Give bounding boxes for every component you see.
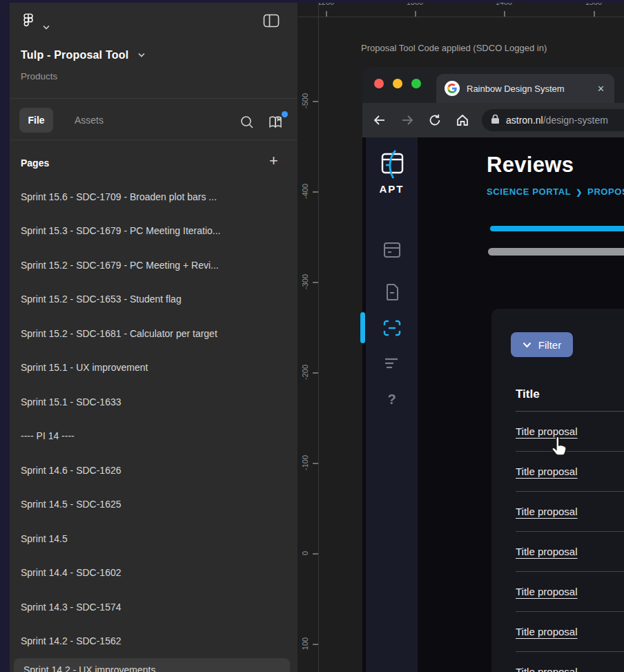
page-item[interactable]: Sprint 15.2 - SDC-1653 - Student flag [10, 282, 298, 317]
table-row: Title proposal [516, 572, 624, 612]
page-item-label: Sprint 15.1 - UX improvement [21, 362, 148, 373]
page-item-label: Sprint 14.5 - SDC-1625 [21, 499, 121, 510]
column-header-title: Title [516, 382, 624, 412]
page-item-label: Sprint 15.1 - SDC-1633 [21, 396, 121, 407]
nav-document-icon[interactable] [384, 283, 400, 304]
page-title: Reviews [487, 153, 574, 177]
add-page-button[interactable]: + [269, 153, 278, 169]
active-nav-indicator [360, 312, 365, 343]
page-item[interactable]: Sprint 14.6 - SDC-1626 [10, 453, 298, 488]
page-item-label: ---- PI 14 ---- [21, 430, 75, 441]
figma-menu-chevron-icon[interactable] [43, 20, 50, 32]
ruler-label: -400 [301, 177, 311, 205]
proposal-link[interactable]: Title proposal [516, 666, 578, 672]
filter-button[interactable]: Filter [511, 332, 573, 357]
ruler-label: 0 [301, 539, 311, 567]
lock-icon [491, 114, 500, 127]
ruler-label: -500 [301, 87, 311, 115]
forward-icon[interactable] [400, 113, 414, 130]
page-item[interactable]: Sprint 15.1 - SDC-1633 [10, 385, 298, 419]
page-item-label: Sprint 15.2 - SDC-1679 - PC Meeting + Re… [21, 260, 219, 271]
page-item[interactable]: Sprint 14.4 - SDC-1602 [10, 556, 298, 591]
ruler-line-horizontal [298, 17, 624, 17]
nav-reviews-icon-active[interactable] [383, 320, 401, 339]
frame-label[interactable]: Proposal Tool Code applied (SDCO Logged … [361, 43, 547, 53]
ruler-label: -100 [301, 449, 311, 477]
ruler-label: -200 [301, 358, 311, 386]
progress-bar-cyan [490, 226, 624, 231]
browser-titlebar: Rainbow Design System ✕ [362, 67, 624, 103]
page-item[interactable]: Sprint 15.2 - SDC-1681 - Calculator per … [10, 316, 298, 351]
pages-list: Sprint 15.6 - SDC-1709 - Broaden plot ba… [10, 180, 298, 658]
divider [10, 140, 298, 140]
figma-logo-icon[interactable] [21, 12, 36, 32]
apt-logo[interactable]: APT [377, 150, 407, 195]
proposal-link[interactable]: Title proposal [516, 506, 578, 517]
table-row: Title proposal [516, 492, 624, 532]
page-item-label: Sprint 15.6 - SDC-1709 - Broaden plot ba… [21, 191, 217, 202]
file-title-chevron-icon[interactable] [138, 48, 145, 60]
apt-main: Reviews SCIENCE PORTAL❯PROPOSALS Filter … [418, 137, 624, 672]
tab-assets[interactable]: Assets [75, 115, 104, 126]
table-row: Title proposal [516, 532, 624, 572]
breadcrumb-root[interactable]: SCIENCE PORTAL [487, 186, 571, 197]
figma-canvas[interactable]: 1200130014001500 -500-400-300-200-100010… [298, 3, 624, 672]
page-item[interactable]: Sprint 15.6 - SDC-1709 - Broaden plot ba… [10, 180, 298, 214]
toggle-sidebar-icon[interactable] [263, 14, 280, 30]
tab-close-icon[interactable]: ✕ [597, 84, 605, 94]
file-title[interactable]: Tulp - Proposal Tool [21, 48, 145, 61]
ruler-label: 1300 [400, 3, 430, 6]
nav-window-icon[interactable] [383, 242, 401, 261]
proposal-link[interactable]: Title proposal [516, 626, 578, 637]
library-icon[interactable] [268, 115, 284, 133]
ruler-label: 1400 [489, 3, 519, 6]
pages-header: Pages [21, 157, 49, 169]
page-item[interactable]: Sprint 14.3 - SDC-1574 [10, 590, 298, 624]
page-item-label: Sprint 15.3 - SDC-1679 - PC Meeting Iter… [21, 225, 220, 236]
page-item[interactable]: Sprint 14.5 [10, 521, 298, 556]
traffic-minimize-button[interactable] [393, 79, 402, 88]
page-item-label: Sprint 14.6 - SDC-1626 [21, 465, 121, 476]
proposal-link[interactable]: Title proposal [516, 546, 578, 557]
google-favicon [445, 81, 460, 96]
nav-filter-lines-icon[interactable] [384, 357, 400, 372]
back-icon[interactable] [373, 113, 387, 130]
address-bar[interactable]: astron.nl/design-system [482, 109, 624, 131]
tab-title: Rainbow Design System [467, 84, 565, 94]
breadcrumb-current[interactable]: PROPOSALS [587, 186, 624, 197]
hand-cursor-icon [549, 434, 571, 462]
page-item-label: Sprint 14.5 [21, 533, 68, 544]
proposal-link[interactable]: Title proposal [516, 465, 578, 477]
page-item[interactable]: ---- PI 14 ---- [10, 419, 298, 454]
page-item[interactable]: Sprint 15.1 - UX improvement [10, 351, 298, 385]
tab-file-label: File [28, 115, 44, 126]
page-item-label: Sprint 15.2 - SDC-1653 - Student flag [21, 294, 182, 305]
page-item[interactable]: Sprint 15.3 - SDC-1679 - PC Meeting Iter… [10, 214, 298, 249]
progress-bar-gray [488, 248, 624, 256]
browser-mockup: Rainbow Design System ✕ [362, 67, 624, 672]
traffic-close-button[interactable] [374, 79, 384, 88]
divider [10, 98, 298, 99]
page-item-label: Sprint 14.3 - SDC-1574 [21, 602, 121, 613]
browser-tab[interactable]: Rainbow Design System ✕ [436, 74, 614, 103]
ruler-label: 1500 [578, 3, 609, 6]
reload-icon[interactable] [428, 113, 442, 130]
page-item-selected[interactable]: Sprint 14.2 - UX improvements [14, 658, 290, 672]
browser-toolbar: astron.nl/design-system [362, 103, 624, 137]
reviews-panel: Filter Title Title proposal Title propos… [491, 309, 624, 672]
apt-app: APT [362, 137, 624, 672]
home-icon[interactable] [456, 113, 469, 130]
page-item[interactable]: Sprint 14.5 - SDC-1625 [10, 488, 298, 522]
proposal-link[interactable]: Title proposal [516, 586, 578, 597]
page-item-label: Sprint 14.2 - SDC-1562 [21, 635, 121, 646]
page-item[interactable]: Sprint 14.2 - SDC-1562 [10, 624, 298, 659]
file-name: Tulp - Proposal Tool [21, 49, 128, 61]
project-name[interactable]: Products [21, 71, 57, 81]
filter-button-label: Filter [538, 339, 561, 351]
ruler-label: 100 [301, 630, 311, 657]
nav-help-icon[interactable]: ? [387, 392, 396, 407]
page-item[interactable]: Sprint 15.2 - SDC-1679 - PC Meeting + Re… [10, 248, 298, 282]
search-icon[interactable] [240, 115, 255, 133]
traffic-zoom-button[interactable] [411, 79, 421, 88]
tab-file[interactable]: File [19, 108, 53, 133]
